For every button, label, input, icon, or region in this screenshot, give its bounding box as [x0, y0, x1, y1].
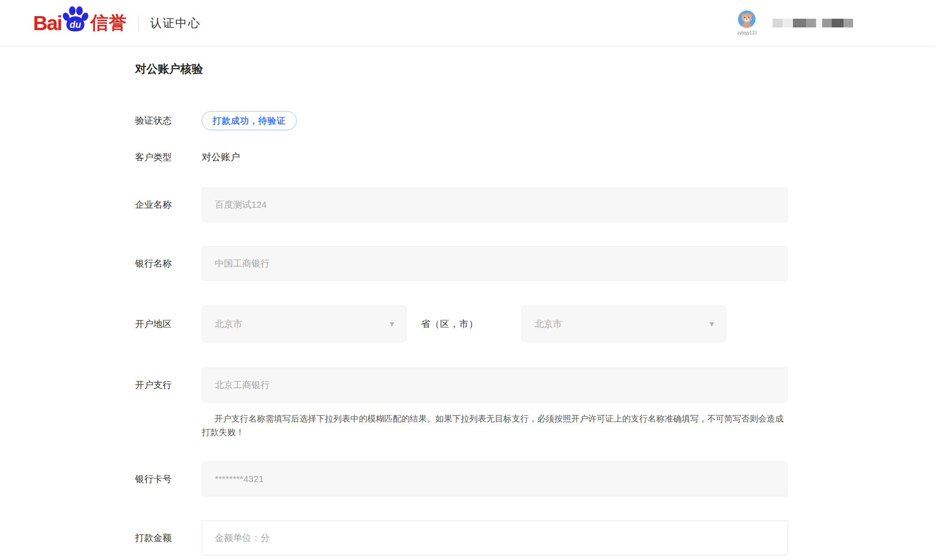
customer-type-label: 客户类型: [135, 151, 202, 163]
province-unit-label: 省（区，市）: [421, 318, 478, 330]
redacted-account-text: [772, 19, 853, 27]
company-name-input[interactable]: [202, 187, 788, 222]
row-bank-card-number: 银行卡号: [135, 462, 935, 496]
city-select[interactable]: 北京市 ▼: [522, 306, 726, 342]
user-area: zybqjy123: [737, 10, 853, 35]
chevron-down-icon: ▼: [388, 320, 396, 328]
chevron-down-icon: ▼: [708, 320, 715, 328]
baidu-paw-icon: du: [62, 6, 89, 34]
page-title: 对公账户核验: [135, 61, 935, 77]
city-select-value: 北京市: [535, 318, 562, 330]
verification-form: 对公账户核验 验证状态 打款成功，待验证 客户类型 对公账户 企业名称 银行名称…: [0, 61, 935, 555]
logo-text-xinyu: 信誉: [91, 14, 127, 32]
status-badge: 打款成功，待验证: [202, 111, 297, 130]
row-customer-type: 客户类型 对公账户: [135, 151, 935, 164]
opening-branch-label: 开户支行: [135, 368, 202, 402]
company-name-label: 企业名称: [135, 199, 202, 211]
row-opening-region: 开户地区 北京市 ▼ 省（区，市） 北京市 ▼: [135, 306, 935, 342]
row-company-name: 企业名称: [135, 187, 935, 222]
row-bank-name: 银行名称: [135, 246, 935, 281]
row-opening-branch: 开户支行 开户支行名称需填写后选择下拉列表中的模糊匹配的结果。如果下拉列表无目标…: [135, 368, 935, 439]
header-divider: [139, 15, 139, 31]
card-number-input[interactable]: [202, 462, 788, 496]
province-select[interactable]: 北京市 ▼: [202, 306, 407, 342]
branch-hint-text: 开户支行名称需填写后选择下拉列表中的模糊匹配的结果。如果下拉列表无目标支行，必须…: [202, 412, 788, 439]
svg-text:du: du: [69, 19, 81, 30]
customer-type-value: 对公账户: [202, 151, 240, 164]
row-verification-status: 验证状态 打款成功，待验证: [135, 111, 935, 130]
bear-avatar-icon: [738, 10, 755, 30]
bank-name-label: 银行名称: [135, 257, 202, 270]
site-title: 认证中心: [150, 15, 201, 31]
opening-branch-input[interactable]: [202, 368, 788, 402]
bank-name-input[interactable]: [202, 246, 788, 281]
row-payment-amount: 打款金额: [135, 520, 935, 555]
logo-text-bai: Bai: [33, 13, 62, 33]
baidu-xinyu-logo[interactable]: Bai du 信誉 认证中心: [33, 12, 201, 34]
top-header: Bai du 信誉 认证中心: [0, 0, 935, 46]
status-label: 验证状态: [135, 115, 202, 127]
card-number-label: 银行卡号: [135, 473, 202, 485]
payment-amount-label: 打款金额: [135, 532, 202, 544]
username-label: zybqjy123: [737, 30, 757, 35]
opening-region-label: 开户地区: [135, 318, 202, 330]
province-select-value: 北京市: [215, 318, 242, 330]
user-avatar[interactable]: zybqjy123: [737, 10, 757, 35]
payment-amount-input[interactable]: [202, 520, 788, 555]
